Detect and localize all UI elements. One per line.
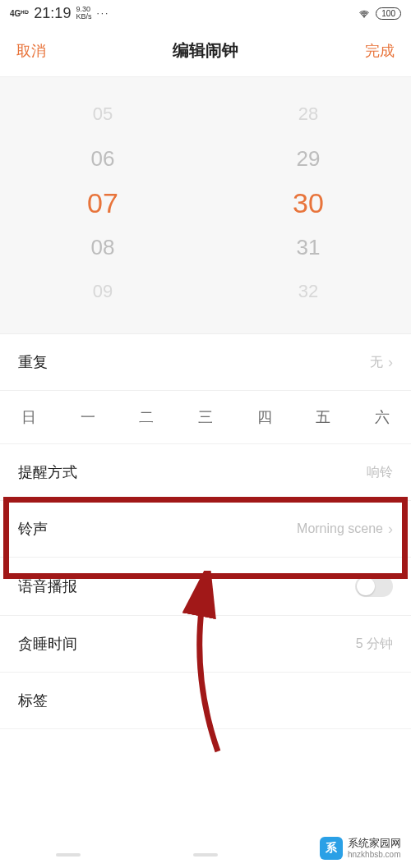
weekday-mon[interactable]: 一 [81, 407, 95, 427]
minute-option[interactable]: 29 [297, 141, 321, 176]
voice-toggle[interactable] [355, 576, 393, 597]
hour-selected[interactable]: 07 [87, 186, 118, 220]
repeat-label: 重复 [18, 352, 48, 372]
ringtone-row[interactable]: 铃声 Morning scene › [0, 501, 411, 558]
status-time: 21:19 [34, 5, 71, 22]
nav-header: 取消 编辑闹钟 完成 [0, 26, 411, 76]
settings-list: 重复 无 › 日 一 二 三 四 五 六 提醒方式 响铃 铃声 Morning … [0, 334, 411, 729]
status-bar: 4Gᴴᴰ 21:19 9.30 KB/s ··· 100 [0, 0, 411, 26]
chevron-right-icon: › [388, 521, 393, 538]
hour-option[interactable]: 08 [91, 230, 115, 264]
hour-option[interactable]: 05 [93, 97, 113, 131]
snooze-row[interactable]: 贪睡时间 5 分钟 [0, 616, 411, 673]
cancel-button[interactable]: 取消 [16, 41, 46, 61]
snooze-label: 贪睡时间 [18, 634, 77, 654]
hour-option[interactable]: 09 [93, 274, 113, 309]
remind-value: 响铃 [367, 464, 393, 481]
tag-row[interactable]: 标签 [0, 673, 411, 729]
ringtone-label: 铃声 [18, 519, 48, 539]
time-picker[interactable]: 05 06 07 08 09 28 29 30 31 32 [0, 76, 411, 334]
weekday-tue[interactable]: 二 [139, 407, 154, 427]
network-indicator: 4Gᴴᴰ [10, 9, 29, 18]
battery-value: 100 [381, 9, 395, 18]
done-button[interactable]: 完成 [365, 41, 395, 61]
watermark: 系 系统家园网 hnzkhbsb.com [316, 835, 404, 861]
weekday-selector[interactable]: 日 一 二 三 四 五 六 [0, 391, 411, 444]
page-title: 编辑闹钟 [173, 39, 238, 62]
watermark-text: 系统家园网 hnzkhbsb.com [348, 838, 401, 859]
ringtone-value: Morning scene [297, 521, 383, 536]
minute-selected[interactable]: 30 [293, 186, 324, 220]
wifi-icon [358, 8, 371, 18]
voice-broadcast-row[interactable]: 语音播报 [0, 558, 411, 616]
minute-option[interactable]: 32 [298, 274, 318, 309]
more-dots: ··· [96, 7, 109, 19]
weekday-wed[interactable]: 三 [198, 407, 213, 427]
remind-method-row[interactable]: 提醒方式 响铃 [0, 444, 411, 501]
weekday-sat[interactable]: 六 [375, 407, 390, 427]
hour-option[interactable]: 06 [91, 141, 115, 176]
watermark-url: hnzkhbsb.com [348, 850, 401, 860]
repeat-value: 无 [370, 354, 383, 371]
tag-label: 标签 [18, 691, 48, 710]
weekday-fri[interactable]: 五 [316, 407, 330, 427]
battery-indicator: 100 [376, 7, 401, 20]
snooze-value: 5 分钟 [356, 636, 393, 653]
hour-column[interactable]: 05 06 07 08 09 [0, 97, 206, 309]
repeat-row[interactable]: 重复 无 › [0, 334, 411, 391]
watermark-logo: 系 [320, 837, 343, 860]
status-left: 4Gᴴᴰ 21:19 9.30 KB/s ··· [10, 5, 109, 22]
remind-label: 提醒方式 [18, 462, 77, 482]
chevron-right-icon: › [388, 354, 393, 371]
minute-option[interactable]: 31 [297, 230, 321, 264]
net-speed-unit: KB/s [76, 12, 91, 21]
net-speed: 9.30 KB/s [76, 6, 91, 21]
minute-option[interactable]: 28 [298, 97, 318, 131]
watermark-brand: 系统家园网 [348, 838, 401, 850]
weekday-sun[interactable]: 日 [21, 407, 36, 427]
minute-column[interactable]: 28 29 30 31 32 [206, 97, 411, 309]
status-right: 100 [358, 7, 401, 20]
voice-label: 语音播报 [18, 576, 77, 596]
weekday-thu[interactable]: 四 [257, 407, 272, 427]
